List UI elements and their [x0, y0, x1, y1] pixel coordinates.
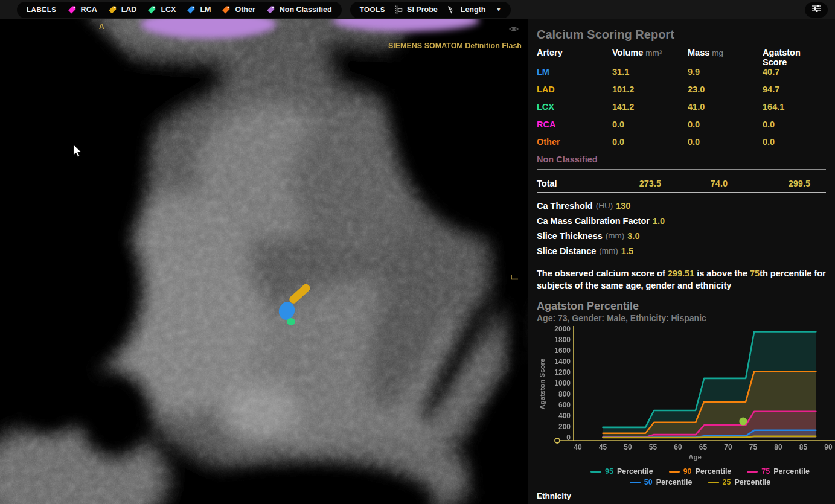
svg-text:85: 85 [799, 443, 808, 451]
legend-row-2: 50Percentile 25Percentile [574, 478, 826, 486]
ct-image: A SIEMENS SOMATOM Definition Flash [0, 19, 528, 504]
legend-word: Percentile [734, 478, 770, 486]
legend-word: Percentile [696, 467, 732, 476]
col-volume-label: Volume [612, 48, 643, 57]
lm-score: 40.7 [763, 63, 826, 80]
legend-90-percentile: 90Percentile [669, 467, 732, 476]
chevron-down-icon[interactable]: ▼ [496, 7, 501, 13]
label-non-classified-text: Non Classified [280, 5, 332, 14]
svg-text:75: 75 [749, 443, 758, 451]
chart-title: Agatston Percentile [537, 299, 826, 313]
percentile-summary: The observed calcium score of 299.51 is … [537, 268, 827, 292]
param-value: 3.0 [627, 231, 639, 241]
svg-text:70: 70 [724, 443, 732, 451]
legend-word: Percentile [773, 467, 810, 476]
param-ca-threshold: Ca Threshold(HU)130 [537, 198, 826, 213]
label-lad-text: LAD [121, 5, 137, 14]
legend-swatch [708, 482, 719, 483]
si-probe-label: SI Probe [407, 5, 438, 14]
total-mass: 74.0 [688, 175, 763, 192]
other-mass: 0.0 [688, 133, 763, 150]
col-mass-label: Mass [688, 48, 709, 57]
svg-text:800: 800 [558, 390, 571, 398]
length-label: Length [461, 5, 486, 14]
tools-group: TOOLS SI Probe Length ▼ [350, 2, 511, 18]
param-label: Ca Threshold [537, 201, 593, 211]
legend-swatch [630, 482, 641, 483]
total-score: 299.5 [763, 175, 826, 192]
lcx-volume: 141.2 [612, 98, 688, 115]
svg-text:1000: 1000 [554, 379, 571, 388]
artery-name-lm[interactable]: LM [537, 63, 612, 80]
scoring-parameters: Ca Threshold(HU)130 Ca Mass Calibration … [537, 198, 826, 258]
label-lm[interactable]: LM [186, 5, 211, 14]
si-probe-tool[interactable]: SI Probe [394, 5, 438, 15]
param-ca-mass-calibration: Ca Mass Calibration Factor1.0 [537, 213, 826, 228]
total-divider-bottom [537, 192, 826, 193]
param-value: 130 [616, 201, 630, 211]
svg-text:90: 90 [824, 443, 833, 451]
total-volume: 273.5 [612, 175, 688, 192]
total-divider-top [537, 169, 826, 170]
summary-percentile: 75 [750, 269, 760, 278]
lad-mass: 23.0 [688, 80, 763, 98]
param-label: Slice Thickness [537, 231, 603, 241]
label-other[interactable]: Other [221, 5, 255, 14]
tools-title: TOOLS [360, 6, 385, 13]
label-lcx[interactable]: LCX [147, 5, 176, 14]
artery-name-lcx[interactable]: LCX [537, 98, 612, 115]
other-score: 0.0 [763, 133, 826, 150]
label-non-classified[interactable]: Non Classified [266, 5, 332, 14]
summary-text: is above the [694, 269, 750, 278]
legend-25-percentile: 25Percentile [708, 478, 771, 486]
artery-name-lad[interactable]: LAD [537, 80, 612, 98]
legend-swatch [747, 471, 758, 473]
legend-num: 95 [605, 467, 613, 476]
artery-name-other[interactable]: Other [537, 133, 612, 150]
ct-viewport[interactable]: A SIEMENS SOMATOM Definition Flash [0, 19, 528, 504]
lm-mass: 9.9 [688, 63, 763, 80]
rca-score: 0.0 [763, 115, 826, 133]
legend-num: 50 [644, 478, 653, 486]
summary-text: The observed calcium score of [537, 269, 668, 278]
length-tool[interactable]: Length ▼ [446, 5, 502, 15]
scoring-table: Artery Volume mm³ Mass mg Agatston Score… [537, 48, 826, 168]
param-label: Ca Mass Calibration Factor [537, 216, 650, 226]
volume-unit: mm³ [645, 48, 662, 57]
svg-text:200: 200 [558, 423, 571, 431]
sliders-icon [811, 4, 822, 16]
calcium-scoring-panel: Calcium Scoring Report Artery Volume mm³… [528, 19, 835, 504]
artery-name-non-classified[interactable]: Non Classified [537, 150, 826, 168]
rca-volume: 0.0 [612, 115, 688, 133]
total-label: Total [537, 175, 612, 192]
legend-95-percentile: 95Percentile [590, 467, 653, 476]
lcx-mass: 41.0 [688, 98, 763, 115]
settings-button[interactable] [805, 2, 828, 18]
legend-row-1: 95Percentile 90Percentile 75Percentile [574, 467, 826, 476]
param-unit: (mm) [606, 231, 624, 240]
legend-50-percentile: 50Percentile [630, 478, 693, 486]
param-unit: (mm) [599, 246, 618, 255]
lcx-segment [287, 318, 295, 325]
svg-text:1400: 1400 [554, 357, 571, 366]
svg-text:2000: 2000 [554, 325, 571, 333]
artery-name-rca[interactable]: RCA [537, 115, 612, 133]
svg-text:Age: Age [688, 453, 702, 461]
ethnicity-label: Ethnicity [537, 491, 571, 500]
svg-text:1600: 1600 [554, 346, 571, 355]
scanner-label: SIEMENS SOMATOM Definition Flash [388, 42, 522, 50]
legend-num: 75 [761, 467, 770, 476]
label-lad[interactable]: LAD [107, 5, 137, 14]
label-rca[interactable]: RCA [67, 5, 97, 14]
tag-icon [67, 5, 77, 14]
svg-text:1800: 1800 [554, 336, 571, 344]
svg-text:0: 0 [566, 433, 571, 442]
param-slice-thickness: Slice Thickness(mm)3.0 [537, 228, 826, 243]
tag-icon [186, 5, 196, 14]
chart-legend: 95Percentile 90Percentile 75Percentile 5… [574, 467, 826, 486]
tag-icon [266, 5, 275, 14]
param-value: 1.5 [621, 246, 633, 256]
length-ruler-icon [446, 5, 456, 15]
chart-subtitle: Age: 73, Gender: Male, Ethnicity: Hispan… [537, 313, 826, 324]
rca-mass: 0.0 [688, 115, 763, 133]
